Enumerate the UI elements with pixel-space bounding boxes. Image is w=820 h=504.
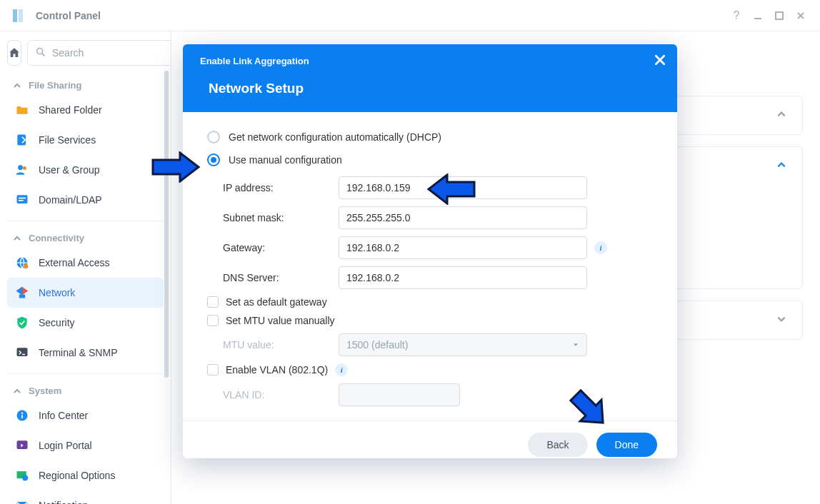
- nav-external-access[interactable]: External Access: [7, 248, 164, 278]
- file-icon: [14, 132, 30, 148]
- svg-rect-2: [754, 18, 761, 19]
- nav-info-center[interactable]: Info Center: [7, 400, 164, 430]
- modal-title: Network Setup: [209, 81, 660, 96]
- modal-header: Enable Link Aggregation Network Setup: [183, 44, 677, 112]
- titlebar: Control Panel ?: [0, 0, 820, 31]
- app-icon: [9, 6, 29, 26]
- nav-label: Network: [39, 287, 75, 298]
- nav-notification[interactable]: Notification: [7, 490, 164, 504]
- terminal-icon: [14, 345, 30, 361]
- checkbox-default-gateway[interactable]: Set as default gateway: [207, 296, 653, 308]
- folder-icon: [14, 102, 30, 118]
- nav-label: File Services: [39, 134, 96, 146]
- nav-label: Domain/LDAP: [39, 194, 102, 206]
- section-system[interactable]: System: [7, 381, 164, 400]
- checkbox-icon: [207, 296, 219, 308]
- nav-label: Info Center: [39, 410, 88, 421]
- radio-icon: [207, 153, 220, 166]
- annotation-arrow: [566, 385, 613, 433]
- maximize-button[interactable]: [769, 5, 790, 26]
- nav-file-services[interactable]: File Services: [7, 125, 164, 155]
- input-dns[interactable]: 192.168.0.2: [339, 266, 587, 289]
- radio-manual[interactable]: Use manual configuration: [207, 153, 653, 166]
- radio-dhcp[interactable]: Get network configuration automatically …: [207, 131, 653, 143]
- label-vlanid: VLAN ID:: [223, 389, 339, 400]
- chevron-up-icon: [13, 81, 23, 90]
- domain-icon: [14, 192, 30, 208]
- svg-rect-1: [19, 9, 23, 22]
- nav-label: Login Portal: [39, 440, 92, 451]
- minimize-button[interactable]: [747, 5, 769, 26]
- svg-rect-8: [17, 195, 28, 203]
- nav-shared-folder[interactable]: Shared Folder: [7, 95, 164, 125]
- nav-label: Security: [39, 317, 75, 328]
- help-button[interactable]: ?: [726, 5, 747, 26]
- divider: [7, 221, 164, 221]
- section-label: System: [29, 385, 61, 396]
- nav-label: Terminal & SNMP: [39, 347, 117, 358]
- svg-rect-0: [13, 9, 17, 22]
- notification-icon: [14, 498, 30, 504]
- chevron-up-icon: [13, 387, 23, 395]
- scrollbar[interactable]: [164, 71, 169, 378]
- label-subnet: Subnet mask:: [223, 212, 339, 223]
- checkbox-vlan[interactable]: Enable VLAN (802.1Q) i: [207, 363, 653, 376]
- nav-login-portal[interactable]: Login Portal: [7, 430, 164, 460]
- sidebar: File Sharing Shared Folder File Services…: [0, 31, 171, 504]
- annotation-arrow: [151, 151, 201, 183]
- checkbox-label: Set as default gateway: [226, 296, 327, 308]
- checkbox-label: Enable VLAN (802.1Q): [226, 364, 328, 376]
- checkbox-mtu-manual[interactable]: Set MTU value manually: [207, 315, 653, 326]
- home-button[interactable]: [7, 40, 21, 66]
- svg-rect-13: [19, 295, 25, 298]
- checkbox-icon: [207, 364, 219, 376]
- nav-regional[interactable]: Regional Options: [7, 460, 164, 490]
- search-input[interactable]: [52, 47, 171, 59]
- nav-label: Shared Folder: [39, 104, 102, 116]
- nav-terminal[interactable]: Terminal & SNMP: [7, 338, 164, 368]
- nav-domain-ldap[interactable]: Domain/LDAP: [7, 185, 164, 215]
- nav-network[interactable]: Network: [7, 278, 164, 308]
- row-subnet: Subnet mask: 255.255.255.0: [207, 206, 653, 229]
- external-icon: [14, 255, 30, 271]
- chevron-up-icon: [13, 234, 23, 243]
- info-icon[interactable]: i: [594, 241, 607, 254]
- nav-security[interactable]: Security: [7, 308, 164, 338]
- section-label: File Sharing: [29, 80, 81, 91]
- input-gateway[interactable]: 192.168.0.2: [339, 236, 587, 259]
- row-mtu: MTU value: 1500 (default): [207, 333, 653, 356]
- info-icon[interactable]: i: [335, 363, 348, 376]
- shield-icon: [14, 315, 30, 331]
- svg-point-4: [37, 48, 43, 54]
- back-button[interactable]: Back: [528, 433, 587, 457]
- close-button[interactable]: [790, 5, 811, 26]
- input-subnet[interactable]: 255.255.255.0: [339, 206, 587, 229]
- section-connectivity[interactable]: Connectivity: [7, 228, 164, 248]
- select-mtu: 1500 (default): [339, 333, 587, 356]
- search-box[interactable]: [27, 40, 171, 66]
- label-mtu: MTU value:: [223, 339, 339, 351]
- label-ip: IP address:: [223, 182, 339, 193]
- radio-label: Get network configuration automatically …: [229, 131, 441, 143]
- search-icon: [35, 46, 46, 60]
- svg-rect-10: [19, 200, 24, 201]
- nav-label: External Access: [39, 257, 110, 268]
- checkbox-label: Set MTU value manually: [226, 315, 335, 326]
- radio-icon: [207, 131, 220, 143]
- radio-label: Use manual configuration: [229, 154, 342, 166]
- svg-point-6: [18, 165, 23, 170]
- row-gateway: Gateway: 192.168.0.2 i: [207, 236, 653, 259]
- input-vlanid: [339, 383, 460, 406]
- portal-icon: [14, 438, 30, 453]
- row-dns: DNS Server: 192.168.0.2: [207, 266, 653, 289]
- modal-close-button[interactable]: [654, 54, 666, 69]
- nav-label: Regional Options: [39, 470, 115, 481]
- nav-user-group[interactable]: User & Group: [7, 155, 164, 185]
- svg-point-20: [22, 475, 28, 480]
- label-gateway: Gateway:: [223, 242, 339, 253]
- done-button[interactable]: Done: [596, 433, 657, 457]
- divider: [7, 373, 164, 374]
- section-file-sharing[interactable]: File Sharing: [7, 76, 164, 95]
- checkbox-icon: [207, 315, 219, 326]
- label-dns: DNS Server:: [223, 272, 339, 283]
